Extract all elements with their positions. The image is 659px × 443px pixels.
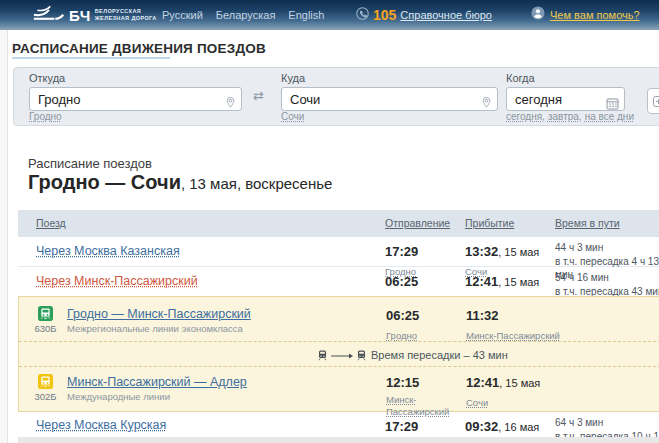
segment-row: 630Б Гродно — Минск-Пассажирский Межреги…	[19, 297, 659, 341]
from-hint: Гродно	[29, 111, 62, 122]
arrival-cell: 12:41, 15 мая Сочи	[466, 372, 540, 410]
phone-number: 105	[373, 7, 396, 23]
bch-wings-icon	[33, 3, 65, 27]
page: БЧ БЕЛОРУССКАЯ ЖЕЛЕЗНАЯ ДОРОГА Русский Б…	[0, 0, 659, 443]
col-duration-header[interactable]: Время в пути	[555, 217, 620, 229]
expanded-itinerary: 630Б Гродно — Минск-Пассажирский Межреги…	[18, 296, 659, 412]
departure-cell: 06:25 Гродно	[386, 305, 419, 343]
train-yellow-icon	[38, 374, 53, 389]
date-quick-links: сегодня,завтра,на все дни	[506, 111, 634, 122]
logo-abbr: БЧ	[69, 7, 91, 24]
language-switcher: Русский Беларуская English	[162, 9, 324, 21]
col-departure-header[interactable]: Отправление	[385, 217, 450, 229]
table-row: Через Москва Курская 17:29 Гродно 09:32,…	[18, 412, 659, 437]
person-icon	[531, 6, 545, 24]
train-route-link[interactable]: Минск-Пассажирский — Адлер	[67, 375, 247, 389]
logo-text: БЕЛОРУССКАЯ ЖЕЛЕЗНАЯ ДОРОГА	[95, 8, 157, 22]
route-option-link[interactable]: Через Москва Курская	[36, 418, 166, 432]
from-hint-link[interactable]: Гродно	[29, 111, 62, 122]
page-left-edge	[0, 30, 7, 443]
table-header: Поезд Отправление Прибытие Время в пути	[18, 210, 659, 237]
route-option-link[interactable]: Через Москва Казанская	[36, 244, 180, 258]
schedule-table: Поезд Отправление Прибытие Время в пути …	[18, 210, 659, 443]
from-input[interactable]	[29, 87, 242, 111]
lang-english[interactable]: English	[288, 9, 324, 21]
location-pin-icon[interactable]	[481, 95, 492, 113]
train-route-link[interactable]: Гродно — Минск-Пассажирский	[67, 307, 251, 321]
results-subtitle: Расписание поездов	[28, 156, 152, 171]
info-phone: 105 Справочное бюро	[356, 6, 492, 24]
train-green-icon	[38, 306, 53, 321]
arrival-cell: 11:32 Минск-Пассажирский	[466, 305, 560, 343]
route-option-link-active[interactable]: Через Минск-Пассажирский	[36, 274, 198, 288]
train-number: 302Б	[31, 391, 60, 402]
help-link[interactable]: Чем вам помочь?	[550, 9, 640, 21]
swap-stations-icon[interactable]: ⇄	[253, 88, 264, 103]
to-label: Куда	[281, 72, 498, 84]
logo-link[interactable]: БЧ БЕЛОРУССКАЯ ЖЕЛЕЗНАЯ ДОРОГА	[33, 3, 157, 27]
to-input[interactable]	[281, 87, 498, 111]
col-arrival-header[interactable]: Прибытие	[465, 217, 514, 229]
table-row: Через Москва Казанская 17:29 Гродно 13:3…	[18, 237, 659, 267]
date-alldays-link[interactable]: на все дни	[585, 111, 634, 122]
page-left-edge-line	[7, 30, 8, 443]
page-title: РАСПИСАНИЕ ДВИЖЕНИЯ ПОЕЗДОВ	[12, 41, 266, 56]
table-footer-divider	[18, 437, 659, 443]
transfer-duration-label: Время пересадки – 43 мин	[371, 349, 508, 361]
date-tomorrow-link[interactable]: завтра	[548, 111, 579, 122]
train-category: Международные линии	[67, 391, 170, 402]
transfer-row: Время пересадки – 43 мин	[19, 341, 659, 367]
results-route-title: Гродно — Сочи, 13 мая, воскресенье	[28, 171, 332, 194]
location-pin-icon[interactable]	[225, 95, 236, 113]
date-today-link[interactable]: сегодня	[506, 111, 542, 122]
site-header: БЧ БЕЛОРУССКАЯ ЖЕЛЕЗНАЯ ДОРОГА Русский Б…	[0, 0, 659, 30]
transfer-trains-icon	[318, 350, 366, 361]
from-label: Откуда	[29, 72, 242, 84]
table-row-expanded: Через Минск-Пассажирский 06:25 Гродно 12…	[18, 267, 659, 296]
duration-cell: 54 ч 16 мин в т.ч. пересадка 43 мин	[555, 271, 659, 298]
more-options-button[interactable]	[647, 88, 659, 114]
title-underline	[12, 57, 170, 59]
lang-belarusian[interactable]: Беларуская	[216, 9, 276, 21]
to-hint-link[interactable]: Сочи	[281, 111, 304, 122]
search-form: Откуда Гродно ⇄ Куда	[13, 67, 659, 126]
train-number: 630Б	[31, 323, 60, 334]
when-label: Когда	[506, 72, 625, 84]
arrival-station-link[interactable]: Сочи	[466, 397, 488, 409]
phone-icon	[356, 6, 369, 24]
segment-row: 302Б Минск-Пассажирский — Адлер Междунар…	[19, 367, 659, 412]
results-date: , 13 мая, воскресенье	[181, 175, 332, 192]
to-hint: Сочи	[281, 111, 304, 122]
help-widget: Чем вам помочь?	[531, 6, 640, 24]
reference-bureau-link[interactable]: Справочное бюро	[400, 9, 492, 21]
lang-russian[interactable]: Русский	[162, 9, 203, 21]
train-category: Межрегиональные линии экономкласса	[67, 323, 243, 334]
col-train-header[interactable]: Поезд	[36, 217, 66, 229]
